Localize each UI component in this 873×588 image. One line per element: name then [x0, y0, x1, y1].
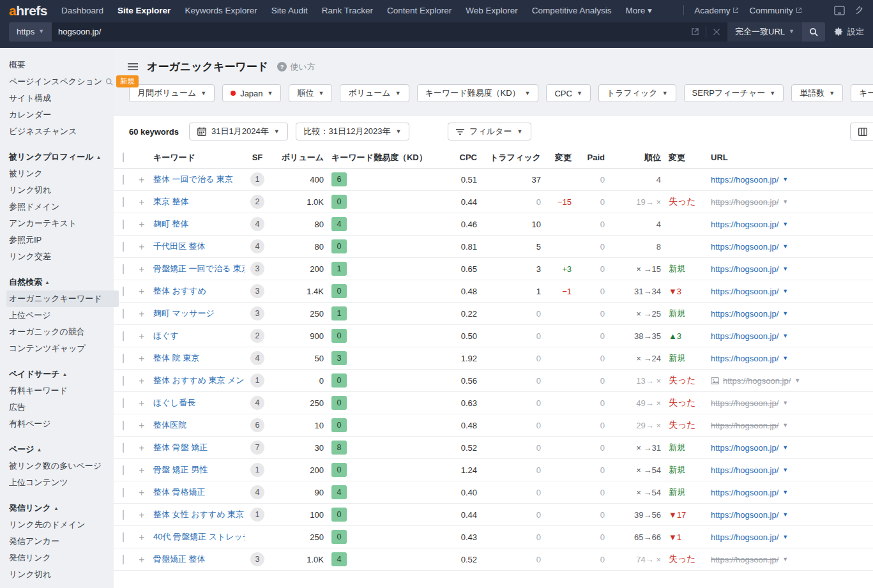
col-url[interactable]: URL	[707, 153, 873, 162]
keyword-link[interactable]: 整体 骨盤 矯正	[153, 442, 208, 452]
url-dropdown-icon[interactable]: ▼	[782, 333, 788, 339]
url-dropdown-icon[interactable]: ▼	[782, 221, 788, 227]
sidebar-item-上位コンテンツ[interactable]: 上位コンテンツ	[6, 474, 114, 491]
sidebar-item-参照元IP[interactable]: 参照元IP	[6, 232, 114, 248]
help-link[interactable]: ? 使い方	[277, 61, 315, 73]
nav-community[interactable]: Community	[749, 6, 801, 15]
col-paid[interactable]: Paid	[575, 153, 609, 162]
sidebar-item-サイト構成[interactable]: サイト構成	[6, 90, 114, 107]
sidebar-item-ビジネスチャンス[interactable]: ビジネスチャンス	[6, 123, 114, 140]
nav-item-site-explorer[interactable]: Site Explorer	[118, 6, 171, 15]
row-checkbox[interactable]	[123, 242, 124, 252]
nav-item-more[interactable]: More ▾	[625, 5, 651, 15]
row-checkbox[interactable]	[123, 555, 124, 564]
nav-academy[interactable]: Academy	[694, 6, 739, 15]
sidebar-item-被リンク数の多いページ[interactable]: 被リンク数の多いページ	[6, 458, 114, 474]
row-checkbox[interactable]	[123, 376, 124, 386]
expand-plus-icon[interactable]: ＋	[133, 464, 149, 476]
match-mode-dropdown[interactable]: 完全一致URL ▼	[727, 22, 802, 41]
sidebar-item-概要[interactable]: 概要	[6, 57, 114, 73]
select-all-checkbox[interactable]	[123, 153, 124, 162]
row-checkbox[interactable]	[123, 532, 124, 542]
url-dropdown-icon[interactable]: ▼	[782, 511, 788, 518]
row-checkbox[interactable]	[123, 264, 124, 274]
filter-SERPフィーチャー[interactable]: SERPフィーチャー▼	[684, 84, 784, 102]
row-checkbox[interactable]	[123, 398, 124, 408]
url-link[interactable]: https://hogsoon.jp/	[711, 555, 778, 564]
expand-plus-icon[interactable]: ＋	[133, 308, 149, 320]
nav-item-content-explorer[interactable]: Content Explorer	[387, 6, 452, 15]
url-dropdown-icon[interactable]: ▼	[794, 377, 800, 384]
keyword-link[interactable]: ほぐす	[153, 331, 179, 340]
url-dropdown-icon[interactable]: ▼	[782, 266, 788, 272]
keyword-link[interactable]: 整体 おすすめ	[153, 286, 206, 296]
sidebar-item-有料ページ[interactable]: 有料ページ	[6, 416, 114, 432]
expand-plus-icon[interactable]: ＋	[133, 196, 149, 208]
url-link[interactable]: https://hogsoon.jp/	[711, 488, 778, 497]
sidebar-item-ページインスペクション[interactable]: ページインスペクション新規	[6, 73, 114, 90]
url-dropdown-icon[interactable]: ▼	[782, 400, 788, 406]
clear-input-icon[interactable]	[713, 28, 720, 36]
keyword-link[interactable]: 整体医院	[153, 420, 186, 430]
row-checkbox[interactable]	[123, 488, 124, 497]
url-dropdown-icon[interactable]: ▼	[782, 310, 788, 317]
sidebar-item-被リンク[interactable]: 被リンク	[6, 165, 114, 182]
keyword-link[interactable]: ほぐし番長	[153, 398, 195, 407]
col-keyword[interactable]: キーワード	[149, 152, 245, 163]
keyword-link[interactable]: 骨盤 矯正 男性	[153, 465, 208, 474]
settings-button[interactable]: 設定	[834, 26, 864, 38]
url-dropdown-icon[interactable]: ▼	[782, 176, 788, 183]
sidebar-item-リンク切れ[interactable]: リンク切れ	[6, 182, 114, 199]
sidebar-item-参照ドメイン[interactable]: 参照ドメイン	[6, 199, 114, 215]
url-link[interactable]: https://hogsoon.jp/	[711, 220, 778, 229]
nav-item-dashboard[interactable]: Dashboard	[61, 6, 103, 15]
open-link-icon[interactable]	[691, 27, 699, 36]
expand-plus-icon[interactable]: ＋	[133, 285, 149, 298]
filter-Japan[interactable]: Japan▼	[222, 84, 281, 102]
sidebar-item-上位ページ[interactable]: 上位ページ	[6, 307, 114, 324]
keyword-link[interactable]: 整体 おすすめ 東京 メンズ	[153, 375, 245, 385]
keyword-link[interactable]: 麹町 整体	[153, 219, 189, 229]
expand-plus-icon[interactable]: ＋	[133, 218, 149, 230]
row-checkbox[interactable]	[123, 443, 124, 453]
row-checkbox[interactable]	[123, 309, 124, 319]
url-dropdown-icon[interactable]: ▼	[782, 355, 788, 361]
col-cpc[interactable]: CPC	[423, 153, 481, 162]
sidebar-item-有料キーワード[interactable]: 有料キーワード	[6, 382, 114, 399]
sidebar-item-カレンダー[interactable]: カレンダー	[6, 107, 114, 123]
keyword-link[interactable]: 整体 骨格矯正	[153, 487, 206, 497]
filter-単語数[interactable]: 単語数▼	[791, 84, 843, 102]
col-position-change[interactable]: 変更	[665, 152, 707, 163]
columns-button[interactable]	[850, 123, 873, 140]
sidebar-item-リンク切れ[interactable]: リンク切れ	[6, 566, 114, 583]
url-dropdown-icon[interactable]: ▼	[782, 467, 788, 473]
url-link[interactable]: https://hogsoon.jp/	[711, 309, 778, 319]
keyword-link[interactable]: 整体 女性 おすすめ 東京	[153, 509, 244, 519]
keyword-link[interactable]: 整体 院 東京	[153, 353, 199, 363]
url-link[interactable]: https://hogsoon.jp/	[723, 376, 791, 386]
row-checkbox[interactable]	[123, 465, 124, 475]
keyword-link[interactable]: 整体 一回で治る 東京	[153, 174, 233, 184]
col-change[interactable]: 変更	[545, 152, 575, 163]
ahrefs-logo[interactable]: ahrefs	[9, 4, 47, 17]
collapse-arrow-icon[interactable]: ▲	[54, 506, 59, 511]
sidebar-item-広告[interactable]: 広告	[6, 399, 114, 416]
collapse-arrow-icon[interactable]: ▲	[45, 280, 50, 285]
col-traffic[interactable]: トラフィック	[481, 152, 545, 163]
filter-button[interactable]: フィルター ▼	[448, 123, 531, 140]
expand-plus-icon[interactable]: ＋	[133, 352, 149, 365]
expand-plus-icon[interactable]: ＋	[133, 375, 149, 387]
url-dropdown-icon[interactable]: ▼	[782, 489, 788, 495]
keyword-link[interactable]: 千代田区 整体	[153, 241, 206, 251]
url-dropdown-icon[interactable]: ▼	[782, 444, 788, 451]
url-link[interactable]: https://hogsoon.jp/	[711, 242, 778, 252]
url-link[interactable]: https://hogsoon.jp/	[711, 175, 778, 185]
sidebar-item-リンク交差[interactable]: リンク交差	[6, 248, 114, 265]
url-link[interactable]: https://hogsoon.jp/	[711, 197, 778, 207]
protocol-dropdown[interactable]: https ▼	[9, 22, 52, 41]
nav-item-rank-tracker[interactable]: Rank Tracker	[322, 6, 373, 15]
nav-item-competitive-analysis[interactable]: Competitive Analysis	[532, 6, 612, 15]
row-checkbox[interactable]	[123, 220, 124, 229]
expand-plus-icon[interactable]: ＋	[133, 330, 149, 342]
row-checkbox[interactable]	[123, 197, 124, 207]
